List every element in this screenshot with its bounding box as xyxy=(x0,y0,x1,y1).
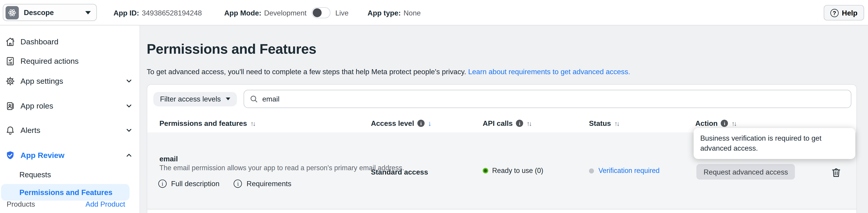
request-advanced-access-button[interactable]: Request advanced access xyxy=(696,164,795,180)
sidebar-item-label: App roles xyxy=(21,101,53,110)
sidebar-item-requests[interactable]: Requests xyxy=(0,166,140,183)
search-input[interactable] xyxy=(262,95,845,103)
sort-icon[interactable]: ↑↓ xyxy=(250,119,255,127)
learn-more-link[interactable]: Learn about requirements to get advanced… xyxy=(468,68,630,76)
home-icon xyxy=(5,36,16,47)
app-mode-development-label: Development xyxy=(264,9,307,17)
sidebar-item-label: App Review xyxy=(21,151,64,159)
app-type-label: App type: xyxy=(368,9,401,17)
app-id-value: 349386528194248 xyxy=(142,9,202,17)
full-description-link[interactable]: i Full description xyxy=(158,180,219,188)
table-toolbar: Filter access levels xyxy=(147,85,857,108)
toggle-knob xyxy=(313,8,321,17)
column-header-label: Status xyxy=(589,119,611,128)
sort-descending-icon[interactable]: ↓ xyxy=(428,119,432,128)
id-badge-icon xyxy=(5,100,16,111)
sidebar-item-app-roles[interactable]: App roles xyxy=(0,97,140,115)
help-button[interactable]: ? Help xyxy=(824,5,864,21)
full-description-label: Full description xyxy=(171,180,219,188)
sidebar-item-dashboard[interactable]: Dashboard xyxy=(0,33,140,51)
column-header-label: Access level xyxy=(371,119,414,128)
sidebar-item-app-review[interactable]: App Review xyxy=(0,146,140,164)
app-mode-toggle[interactable] xyxy=(311,7,330,19)
app-mode-live-label: Live xyxy=(335,9,348,17)
descope-app-icon xyxy=(5,6,19,19)
app-type: App type: None xyxy=(368,0,421,26)
requirements-label: Requirements xyxy=(247,180,291,188)
search-icon xyxy=(250,95,258,103)
permission-links: i Full description i Requirements xyxy=(158,180,291,188)
sidebar-item-required-actions[interactable]: Required actions xyxy=(0,52,140,70)
chevron-down-icon xyxy=(125,77,133,85)
page-title: Permissions and Features xyxy=(147,41,868,57)
app-mode: App Mode: Development Live xyxy=(224,0,348,26)
sidebar-nav: Dashboard Required actions xyxy=(0,26,140,201)
filter-button-label: Filter access levels xyxy=(160,95,221,103)
atom-icon xyxy=(7,7,17,18)
column-header-label: Permissions and features xyxy=(159,119,247,128)
app-selector[interactable]: Descope xyxy=(3,4,97,21)
column-header-status[interactable]: Status ↑↓ xyxy=(589,114,619,132)
api-calls-cell: Ready to use (0) xyxy=(483,167,543,175)
gear-icon xyxy=(5,75,16,86)
checklist-icon xyxy=(5,56,16,66)
sort-icon[interactable]: ↑↓ xyxy=(527,119,531,127)
api-calls-value: Ready to use (0) xyxy=(492,167,544,175)
info-outline-icon: i xyxy=(158,180,167,188)
delete-permission-button[interactable] xyxy=(830,167,842,179)
chevron-down-icon xyxy=(125,102,133,110)
requirements-link[interactable]: i Requirements xyxy=(234,180,291,188)
verification-required-link[interactable]: Verification required xyxy=(598,167,659,175)
sidebar-item-label: Permissions and Features xyxy=(19,188,112,196)
search-box[interactable] xyxy=(244,90,851,108)
sidebar-item-label: Requests xyxy=(19,171,51,179)
column-header-access-level[interactable]: Access level i ↓ xyxy=(371,114,432,132)
app-selector-name: Descope xyxy=(24,8,54,17)
shield-check-icon xyxy=(5,150,16,160)
column-header-label: API calls xyxy=(483,119,513,128)
sidebar-item-alerts[interactable]: Alerts xyxy=(0,121,140,139)
app-window: Descope App ID: 349386528194248 App Mode… xyxy=(0,0,868,213)
chevron-up-icon xyxy=(125,151,133,159)
info-outline-icon: i xyxy=(234,180,242,188)
status-cell: Verification required xyxy=(589,167,659,175)
main-content: Permissions and Features To get advanced… xyxy=(140,26,868,213)
bell-icon xyxy=(5,125,16,135)
page-description-text: To get advanced access, you'll need to c… xyxy=(147,68,466,76)
sidebar-item-label: Alerts xyxy=(21,126,40,135)
column-header-label: Action xyxy=(695,119,717,128)
sidebar-item-label: Required actions xyxy=(21,56,79,65)
permission-description: The email permission allows your app to … xyxy=(159,164,404,172)
app-id: App ID: 349386528194248 xyxy=(114,0,202,26)
products-section: Products Add Product xyxy=(0,197,140,211)
question-circle-icon: ? xyxy=(830,9,839,17)
help-button-label: Help xyxy=(842,9,858,17)
app-id-label: App ID: xyxy=(114,9,139,17)
top-bar: Descope App ID: 349386528194248 App Mode… xyxy=(0,0,868,26)
chevron-down-icon xyxy=(125,126,133,134)
permission-name: email xyxy=(159,154,178,163)
sidebar-item-app-settings[interactable]: App settings xyxy=(0,72,140,90)
pending-dot-icon xyxy=(589,168,594,173)
caret-down-icon xyxy=(85,11,91,14)
tooltip: Business verification is required to get… xyxy=(694,128,855,159)
info-icon[interactable]: i xyxy=(516,120,523,127)
column-header-api-calls[interactable]: API calls i ↑↓ xyxy=(483,114,531,132)
caret-down-icon xyxy=(226,98,230,100)
access-level-value: Standard access xyxy=(371,168,428,176)
sort-icon[interactable]: ↑↓ xyxy=(614,119,619,127)
app-mode-label: App Mode: xyxy=(224,9,261,17)
column-header-permissions[interactable]: Permissions and features ↑↓ xyxy=(159,114,255,132)
sidebar-item-label: App settings xyxy=(21,77,63,85)
products-label: Products xyxy=(7,200,35,208)
filter-access-levels-button[interactable]: Filter access levels xyxy=(153,92,237,106)
page-description: To get advanced access, you'll need to c… xyxy=(147,68,868,76)
sort-icon[interactable]: ↑↓ xyxy=(732,119,736,127)
app-type-value: None xyxy=(404,9,421,17)
info-icon[interactable]: i xyxy=(417,120,425,127)
ready-dot-icon xyxy=(483,168,488,174)
trash-icon xyxy=(830,167,842,178)
info-icon[interactable]: i xyxy=(721,120,728,127)
add-product-link[interactable]: Add Product xyxy=(86,200,125,208)
sidebar: Dashboard Required actions xyxy=(0,26,140,213)
